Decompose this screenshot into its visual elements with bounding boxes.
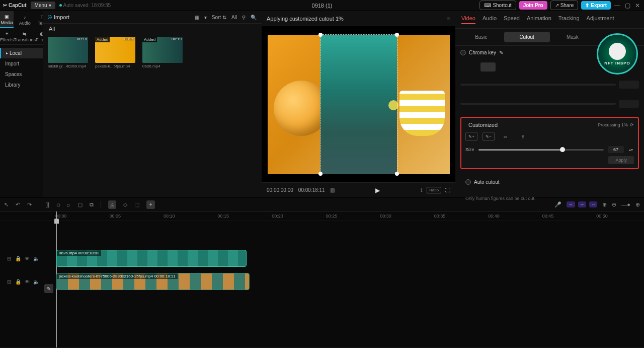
import-button[interactable]: + Import [48, 14, 69, 20]
view-dropdown-icon[interactable]: ▾ [204, 15, 207, 20]
source-import[interactable]: Import [0, 58, 43, 69]
size-slider[interactable] [478, 149, 604, 151]
preview-menu-icon[interactable]: ≡ [447, 16, 450, 22]
delete-right-icon[interactable]: ⟥ [67, 201, 70, 207]
pointer-tool-icon[interactable]: ↖ [4, 201, 9, 208]
redo-icon[interactable]: ↷ [27, 201, 32, 208]
tab-effects[interactable]: ✦Effects [0, 28, 14, 44]
insp-tab-animation[interactable]: Animation [527, 15, 551, 24]
lock-icon[interactable]: 🔒 [15, 279, 21, 285]
filter-icon[interactable]: ⚲ [242, 15, 246, 20]
clip-label: 0626.mp4 00:00:18:01 [57, 250, 101, 256]
chroma-color-swatch[interactable] [480, 62, 496, 72]
effects-icon: ✦ [5, 30, 9, 37]
visibility-icon[interactable]: 👁 [24, 279, 30, 285]
tab-media[interactable]: ▣Media [0, 11, 14, 28]
avatar-name: NFT INSPO [604, 61, 630, 65]
selection-box[interactable] [320, 34, 397, 174]
resize-handle-tr[interactable] [395, 33, 399, 37]
player-viewport[interactable] [262, 26, 455, 182]
visibility-icon[interactable]: 👁 [24, 256, 30, 261]
lock-icon[interactable]: 🔒 [15, 256, 21, 261]
play-button[interactable]: ▶ [375, 187, 380, 194]
maximize-button[interactable]: ▢ [624, 2, 631, 9]
ratio-button[interactable]: Ratio [427, 187, 441, 193]
subtab-mask[interactable]: Mask [550, 32, 596, 42]
insp-tab-video[interactable]: Video [461, 15, 475, 24]
media-clip-0[interactable]: 00:18 mixkit gr...40369.mp4 [48, 37, 88, 68]
fullscreen-icon[interactable]: ⛶ [445, 187, 450, 193]
rotate-icon[interactable]: ◇ [123, 201, 127, 208]
resize-handle-br[interactable] [395, 172, 399, 176]
mute-icon[interactable]: 🔈 [33, 279, 39, 285]
snapshot-icon[interactable]: ⟟ [421, 187, 423, 193]
crop-icon[interactable]: ⬚ [134, 201, 139, 208]
menu-button[interactable]: Menu ▾ [31, 2, 55, 9]
add-track-button[interactable]: ✎ [44, 284, 53, 293]
timeline-clip-2[interactable]: pexels-koolshooters-6975806-2880x2160-25… [56, 273, 250, 290]
disabled-value [619, 81, 639, 89]
grid-view-icon[interactable]: ▦ [195, 15, 199, 20]
split-icon[interactable]: ][ [46, 201, 49, 207]
brush-remove-tool[interactable]: ✎− [482, 132, 495, 141]
slider-thumb[interactable] [560, 147, 565, 152]
smart-tool-icon[interactable]: ✦ [146, 200, 155, 209]
filter-all-button[interactable]: All [231, 15, 237, 20]
delete-icon[interactable]: ▢ [77, 201, 83, 208]
collapse-icon[interactable]: ⊟ [6, 256, 12, 261]
clip-filename: 0626.mp4 [142, 64, 183, 68]
media-clip-2[interactable]: Added00:19 0626.mp4 [142, 37, 183, 68]
delete-left-icon[interactable]: ⟤ [56, 201, 60, 207]
join-pro-button[interactable]: Join Pro [519, 1, 547, 10]
tab-transitions[interactable]: ⇆Transitions [14, 28, 36, 44]
insp-tab-speed[interactable]: Speed [504, 15, 520, 24]
clip-thumbnail: Added00:19 [95, 37, 135, 63]
insp-tab-adjustment[interactable]: Adjustment [587, 15, 614, 24]
left-rail: ▣Media ♪Audio TText ☺Stickers ✦Effects ⇆… [0, 11, 43, 197]
source-library[interactable]: Library [0, 80, 43, 90]
preview-header: Applying customized cutout 1% ≡ [262, 11, 455, 26]
track-head-1: ⊟ 🔒 👁 🔈 [0, 256, 43, 261]
timeline[interactable]: 00:00 00:05 00:10 00:15 00:20 00:25 00:3… [0, 212, 644, 347]
mirror-icon[interactable]: ◬ [108, 200, 116, 209]
clip-filename: pexels-k...5fps.mp4 [95, 64, 135, 68]
brush-add-tool[interactable]: ✎+ [465, 132, 477, 141]
link-tool[interactable]: ⎘ [517, 132, 529, 141]
minimize-button[interactable]: — [614, 2, 621, 9]
chroma-checkbox[interactable] [460, 50, 466, 55]
auto-cutout-checkbox[interactable] [465, 179, 471, 185]
shortcut-button[interactable]: ⌨ Shortcut [479, 1, 516, 10]
refresh-icon[interactable]: ⟳ [630, 122, 634, 127]
resize-handle-tl[interactable] [318, 33, 323, 37]
collapse-icon[interactable]: ⊟ [6, 279, 12, 285]
resize-handle-bl[interactable] [318, 172, 323, 176]
tab-transitions-label: Transitions [14, 37, 36, 42]
subtab-basic[interactable]: Basic [458, 32, 504, 42]
source-spaces[interactable]: Spaces [0, 69, 43, 80]
media-clip-1[interactable]: Added00:19 pexels-k...5fps.mp4 [95, 37, 135, 68]
copy-icon[interactable]: ⧉ [90, 201, 94, 208]
eyedropper-icon[interactable]: ✎ [499, 50, 503, 55]
time-ruler[interactable]: 00:00 00:05 00:10 00:15 00:20 00:25 00:3… [0, 212, 644, 221]
sort-button[interactable]: Sort ⇅ [212, 15, 226, 20]
cursor-highlight [388, 100, 398, 110]
insp-tab-audio[interactable]: Audio [482, 15, 497, 24]
close-button[interactable]: ✕ [634, 2, 641, 9]
export-label: Export [591, 3, 607, 8]
subtab-cutout[interactable]: Cutout [504, 32, 550, 42]
share-button[interactable]: ↗ Share [550, 1, 579, 10]
ruler-mark: 00:40 [488, 214, 500, 219]
quick-select-tool[interactable]: ▭ [500, 132, 512, 141]
search-icon[interactable]: 🔍 [251, 15, 257, 20]
size-stepper[interactable]: ▴▾ [628, 148, 634, 152]
apply-button[interactable]: Apply [608, 156, 634, 164]
source-local[interactable]: ▸Local [0, 48, 43, 58]
comparison-icon[interactable]: ▥ [330, 187, 335, 193]
insp-tab-tracking[interactable]: Tracking [558, 15, 580, 24]
timeline-clip-1[interactable]: 0626.mp4 00:00:18:01 [56, 250, 247, 267]
tab-audio[interactable]: ♪Audio [14, 11, 36, 28]
size-value[interactable]: 67 [608, 146, 624, 153]
undo-icon[interactable]: ↶ [16, 201, 20, 208]
mute-icon[interactable]: 🔈 [33, 256, 39, 261]
export-button[interactable]: ⬆ Export [581, 1, 611, 10]
